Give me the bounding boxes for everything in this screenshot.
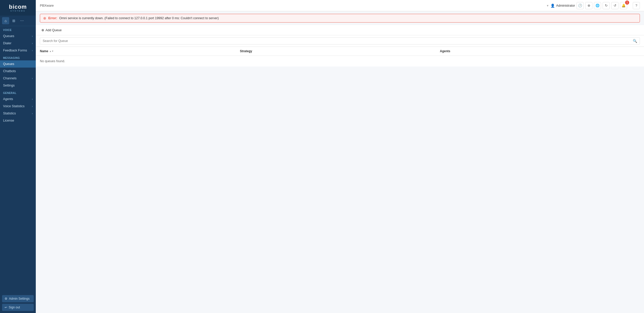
clock-icon: 🕐	[578, 4, 582, 7]
chevron-right-icon: ›	[32, 49, 33, 52]
messaging-section-label: MESSAGING	[0, 54, 36, 60]
dropdown-arrow: ▼	[546, 4, 549, 7]
search-input[interactable]	[43, 39, 631, 43]
col-header-agents: Agents	[440, 49, 640, 53]
queues-table: Name ▲▼ Strategy Agents No queues found.	[36, 47, 644, 67]
header-title: PBXware	[40, 4, 544, 7]
sort-icon[interactable]: ▲▼	[49, 50, 54, 52]
admin-settings-button[interactable]: ⚙ Admin Settings	[2, 295, 34, 302]
search-input-wrap: 🔍	[40, 37, 640, 45]
sidebar-item-license[interactable]: License	[0, 117, 36, 124]
voice-section-label: VOICE	[0, 26, 36, 33]
col-name-label: Name	[40, 49, 48, 53]
sidebar-item-feedback-forms[interactable]: Feedback Forms ›	[0, 47, 36, 54]
sidebar-item-voice-statistics[interactable]: Voice Statistics ›	[0, 103, 36, 110]
sidebar-item-label: Statistics	[3, 112, 16, 115]
error-banner: ⊗ Error: Omni service is currently down.…	[40, 14, 640, 23]
sign-out-button[interactable]: ↩ Sign out	[2, 304, 34, 311]
sidebar-item-channels[interactable]: Channels ›	[0, 75, 36, 82]
sidebar-item-label: Channels	[3, 77, 17, 80]
chevron-right-icon: ›	[32, 105, 33, 108]
logo-sub: SYSTEMS	[9, 10, 27, 12]
logo-text: bicom	[9, 4, 27, 10]
col-header-name: Name ▲▼	[40, 49, 240, 53]
sidebar-item-label: Feedback Forms	[3, 49, 27, 52]
bell-icon: 🔔	[622, 4, 626, 7]
add-queue-button[interactable]: ⊕ Add Queue	[40, 27, 63, 33]
sidebar-item-label: Agents	[3, 97, 13, 101]
user-icon: 👤	[550, 4, 555, 8]
general-section-label: GENERAL	[0, 89, 36, 95]
globe-icon: 🌐	[595, 4, 600, 7]
globe-icon-btn[interactable]: 🌐	[594, 2, 601, 9]
col-agents-label: Agents	[440, 49, 450, 53]
refresh2-icon: ↺	[614, 4, 616, 7]
sidebar-item-messaging-queues[interactable]: Queues	[0, 60, 36, 68]
header: PBXware ▼ 👤 Administrator 🕐 ⊕ 🌐 ↻ ↺	[36, 0, 644, 11]
sidebar-item-voice-queues[interactable]: Queues ›	[0, 33, 36, 40]
sidebar-item-chatbots[interactable]: Chatbots	[0, 68, 36, 75]
sidebar-item-label: Settings	[3, 84, 15, 87]
gear-icon: ⚙	[5, 297, 7, 300]
plus-circle-icon: ⊕	[41, 28, 44, 32]
chevron-right-icon: ›	[32, 77, 33, 80]
add-queue-bar: ⊕ Add Queue	[36, 25, 644, 35]
sidebar-top-icons: ⌂ ⊞ ⋯	[0, 16, 36, 26]
plus-icon-btn[interactable]: ⊕	[585, 2, 592, 9]
content-area: ⊗ Error: Omni service is currently down.…	[36, 11, 644, 313]
username-label: Administrator	[556, 4, 575, 7]
clock-icon-btn[interactable]: 🕐	[577, 2, 584, 9]
sidebar-bottom: ⚙ Admin Settings ↩ Sign out	[0, 293, 36, 313]
chevron-right-icon: ›	[32, 35, 33, 38]
sidebar-item-label: Queues	[3, 62, 14, 66]
chevron-right-icon: ›	[32, 98, 33, 101]
sidebar-item-label: Queues	[3, 34, 14, 38]
sidebar-item-statistics[interactable]: Statistics ›	[0, 110, 36, 117]
search-bar: 🔍	[36, 35, 644, 47]
refresh2-icon-btn[interactable]: ↺	[611, 2, 618, 9]
header-actions: ▼ 👤 Administrator 🕐 ⊕ 🌐 ↻ ↺ 🔔	[546, 2, 640, 9]
sidebar-item-settings[interactable]: Settings	[0, 82, 36, 89]
notification-badge: 1	[625, 1, 629, 5]
logo-area: bicom SYSTEMS	[0, 0, 36, 16]
chevron-right-icon: ›	[32, 112, 33, 115]
refresh-icon: ↻	[605, 4, 608, 7]
col-header-strategy: Strategy	[240, 49, 440, 53]
puzzle-icon[interactable]: ⊞	[10, 17, 17, 24]
sidebar-item-label: Voice Statistics	[3, 104, 25, 108]
error-label: Error:	[48, 16, 57, 20]
sidebar-item-dialer[interactable]: Dialer ›	[0, 40, 36, 47]
error-circle-icon: ⊗	[43, 16, 46, 20]
sign-out-label: Sign out	[9, 306, 20, 309]
admin-settings-label: Admin Settings	[9, 297, 30, 300]
sidebar-item-label: License	[3, 119, 14, 122]
plus-icon: ⊕	[588, 4, 590, 7]
refresh-icon-btn[interactable]: ↻	[603, 2, 610, 9]
search-icon: 🔍	[633, 39, 637, 43]
sidebar: bicom SYSTEMS ⌂ ⊞ ⋯ VOICE Queues › Diale…	[0, 0, 36, 313]
question-icon-btn[interactable]: ?	[633, 2, 640, 9]
signout-icon: ↩	[5, 306, 7, 309]
no-data-message: No queues found.	[36, 56, 644, 67]
error-message: Omni service is currently down. (Failed …	[59, 16, 219, 20]
notification-area[interactable]: 🔔 1	[620, 2, 631, 9]
share-icon[interactable]: ⋯	[18, 17, 26, 24]
col-strategy-label: Strategy	[240, 49, 252, 53]
table-header-row: Name ▲▼ Strategy Agents	[36, 47, 644, 56]
home-icon[interactable]: ⌂	[2, 17, 9, 24]
chevron-right-icon: ›	[32, 42, 33, 45]
add-queue-label: Add Queue	[45, 28, 62, 32]
sidebar-item-label: Chatbots	[3, 69, 16, 73]
main-area: PBXware ▼ 👤 Administrator 🕐 ⊕ 🌐 ↻ ↺	[36, 0, 644, 313]
sidebar-item-label: Dialer	[3, 41, 12, 45]
user-menu[interactable]: 👤 Administrator	[550, 4, 575, 8]
sidebar-item-agents[interactable]: Agents ›	[0, 95, 36, 103]
question-icon: ?	[635, 4, 637, 7]
